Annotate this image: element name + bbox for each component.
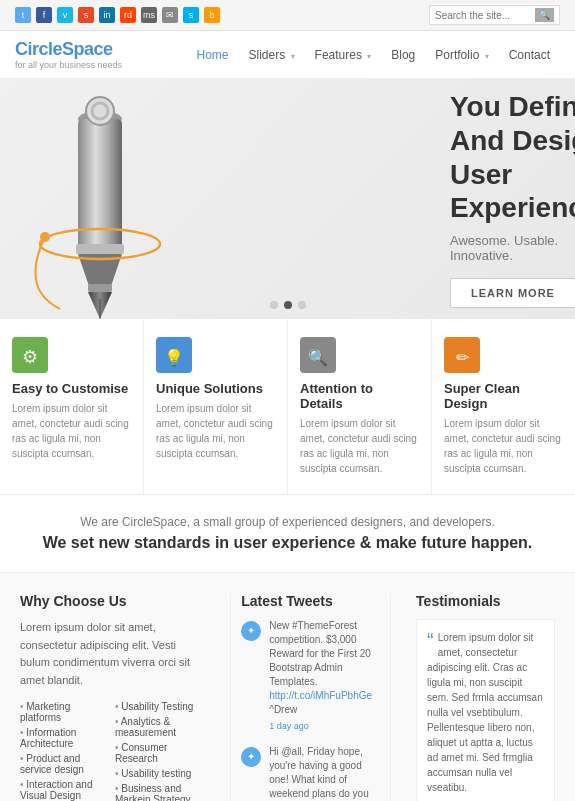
hero-dot-2[interactable]: [284, 301, 292, 309]
logo-tagline: for all your business needs: [15, 60, 122, 70]
why-body: Lorem ipsum dolor sit amet, consectetur …: [20, 619, 205, 689]
tagline-section: We are CircleSpace, a small group of exp…: [0, 495, 575, 572]
header: CircleSpace for all your business needs …: [0, 31, 575, 79]
why-list-right: Usability Testing Analytics & measuremen…: [115, 699, 205, 801]
svg-text:✏: ✏: [456, 349, 470, 366]
details-icon: 🔍: [300, 337, 336, 373]
why-lists: Marketing platforms Information Architec…: [20, 699, 205, 801]
latest-tweets: Latest Tweets ✦ New #ThemeForest competi…: [230, 593, 391, 801]
hero-dot-1[interactable]: [270, 301, 278, 309]
stumble-icon[interactable]: s: [78, 7, 94, 23]
svg-point-7: [86, 97, 114, 125]
feature-design-title: Super Clean Design: [444, 381, 563, 411]
nav-portfolio[interactable]: Portfolio ▾: [425, 43, 498, 67]
search-box[interactable]: 🔍: [429, 5, 560, 25]
tweet-1-mention: ^Drew: [269, 704, 297, 715]
testimonials: Testimonials Lorem ipsum dolor sit amet,…: [406, 593, 565, 801]
tweet-1-link[interactable]: http://t.co/iMhFuPbhGe: [269, 690, 372, 701]
features-arrow: ▾: [367, 52, 371, 61]
tweet-bird-icon: ✦: [241, 621, 261, 641]
tweet-1-text: New #ThemeForest competition. $3,000 Rew…: [269, 620, 371, 687]
list-item: Consumer Research: [115, 740, 205, 766]
vimeo-icon[interactable]: v: [57, 7, 73, 23]
feature-customise: ⚙ Easy to Customise Lorem ipsum dolor si…: [0, 319, 144, 494]
list-item: Usability Testing: [115, 699, 205, 714]
tagline-main: We set new standards in user experience …: [30, 534, 545, 552]
tagline-sub: We are CircleSpace, a small group of exp…: [30, 515, 545, 529]
three-col-section: Why Choose Us Lorem ipsum dolor sit amet…: [0, 572, 575, 801]
sliders-arrow: ▾: [291, 52, 295, 61]
list-item: Analytics & measurement: [115, 714, 205, 740]
nav-home[interactable]: Home: [187, 43, 239, 67]
myspace-icon[interactable]: ms: [141, 7, 157, 23]
skype-icon[interactable]: s: [183, 7, 199, 23]
feature-customise-title: Easy to Customise: [12, 381, 131, 396]
nav-features[interactable]: Features ▾: [305, 43, 382, 67]
hero-subtitle: Awesome. Usable. Innovative.: [450, 233, 575, 263]
social-icons: t f v s in rd ms ✉ s b: [15, 7, 220, 23]
why-choose-us: Why Choose Us Lorem ipsum dolor sit amet…: [10, 593, 215, 801]
why-title: Why Choose Us: [20, 593, 205, 609]
tweet-1: ✦ New #ThemeForest competition. $3,000 R…: [241, 619, 380, 733]
hero-dots: [270, 301, 306, 309]
svg-rect-4: [88, 284, 112, 292]
feature-solutions-title: Unique Solutions: [156, 381, 275, 396]
top-bar: t f v s in rd ms ✉ s b 🔍: [0, 0, 575, 31]
feature-details-title: Attention to Details: [300, 381, 419, 411]
solutions-icon: 💡: [156, 337, 192, 373]
feature-solutions: 💡 Unique Solutions Lorem ipsum dolor sit…: [144, 319, 288, 494]
features-row: ⚙ Easy to Customise Lorem ipsum dolor si…: [0, 319, 575, 495]
feature-solutions-text: Lorem ipsum dolor sit amet, conctetur au…: [156, 401, 275, 461]
hero-text-block: You Define And Design User Experiences A…: [430, 79, 575, 319]
facebook-icon[interactable]: f: [36, 7, 52, 23]
pen-svg: [0, 89, 200, 319]
design-icon: ✏: [444, 337, 480, 373]
svg-text:🔍: 🔍: [308, 348, 328, 367]
twitter-icon[interactable]: t: [15, 7, 31, 23]
hero-section: You Define And Design User Experiences A…: [0, 79, 575, 319]
list-item: Interaction and Visual Design: [20, 777, 105, 801]
list-item: Usability testing: [115, 766, 205, 781]
tweet-1-content: New #ThemeForest competition. $3,000 Rew…: [269, 619, 380, 733]
list-item: Marketing platforms: [20, 699, 105, 725]
reddit-icon[interactable]: rd: [120, 7, 136, 23]
customise-icon: ⚙: [12, 337, 48, 373]
tweet-bird-icon-2: ✦: [241, 747, 261, 767]
list-item: Information Architecture: [20, 725, 105, 751]
list-item: Product and service design: [20, 751, 105, 777]
logo: CircleSpace for all your business needs: [15, 39, 122, 70]
svg-text:⚙: ⚙: [22, 347, 38, 367]
tweets-title: Latest Tweets: [241, 593, 380, 609]
tweet-1-time: 1 day ago: [269, 720, 380, 733]
hero-title: You Define And Design User Experiences: [450, 90, 575, 224]
logo-name: CircleSpace: [15, 39, 122, 60]
feature-details: 🔍 Attention to Details Lorem ipsum dolor…: [288, 319, 432, 494]
email-icon[interactable]: ✉: [162, 7, 178, 23]
search-button[interactable]: 🔍: [535, 8, 554, 22]
feature-design: ✏ Super Clean Design Lorem ipsum dolor s…: [432, 319, 575, 494]
tweet-2: ✦ Hi @all, Friday hope, you're having a …: [241, 745, 380, 801]
main-nav: Home Sliders ▾ Features ▾ Blog Portfolio…: [187, 43, 560, 67]
feature-customise-text: Lorem ipsum dolor sit amet, conctetur au…: [12, 401, 131, 461]
testimonials-title: Testimonials: [416, 593, 555, 609]
testimonial-box: Lorem ipsum dolor sit amet, consectetur …: [416, 619, 555, 801]
feature-design-text: Lorem ipsum dolor sit amet, conctetur au…: [444, 416, 563, 476]
portfolio-arrow: ▾: [485, 52, 489, 61]
list-item: Business and Markein Strategy: [115, 781, 205, 801]
hero-dot-3[interactable]: [298, 301, 306, 309]
tweet-2-text: Hi @all, Friday hope, you're having a go…: [269, 746, 369, 801]
linkedin-icon[interactable]: in: [99, 7, 115, 23]
testimonial-quote: Lorem ipsum dolor sit amet, consectetur …: [427, 632, 543, 793]
search-input[interactable]: [435, 10, 535, 21]
svg-rect-2: [76, 244, 124, 254]
why-list-left: Marketing platforms Information Architec…: [20, 699, 105, 801]
blog-icon[interactable]: b: [204, 7, 220, 23]
nav-blog[interactable]: Blog: [381, 43, 425, 67]
tweet-2-content: Hi @all, Friday hope, you're having a go…: [269, 745, 380, 801]
nav-sliders[interactable]: Sliders ▾: [239, 43, 305, 67]
svg-text:💡: 💡: [164, 348, 184, 367]
nav-contact[interactable]: Contact: [499, 43, 560, 67]
feature-details-text: Lorem ipsum dolor sit amet, conctetur au…: [300, 416, 419, 476]
hero-pen-illustration: [0, 89, 190, 309]
learn-more-button[interactable]: LEARN MORE: [450, 278, 575, 308]
